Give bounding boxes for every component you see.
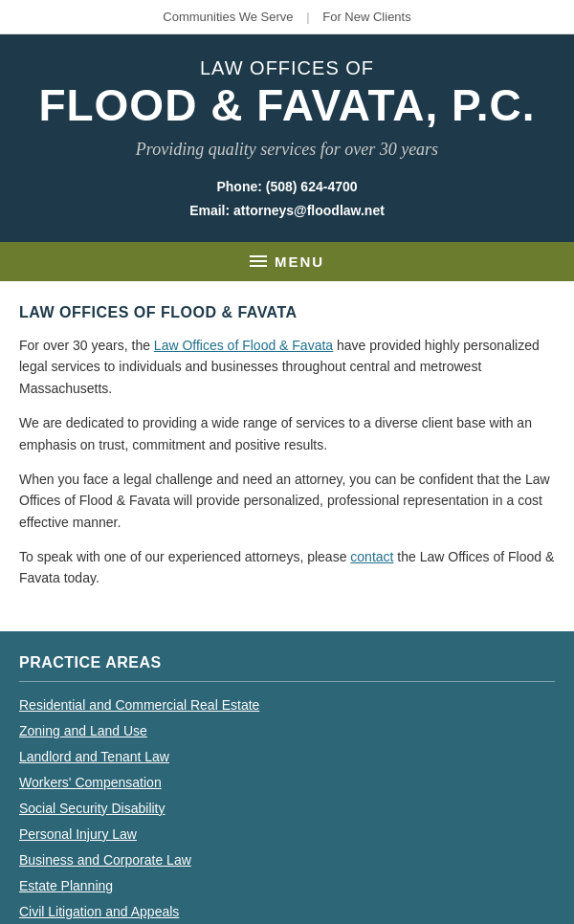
- list-item: Estate Planning: [19, 878, 555, 894]
- communities-link[interactable]: Communities We Serve: [163, 10, 293, 24]
- list-item: Personal Injury Law: [19, 826, 555, 843]
- menu-text: MENU: [275, 253, 324, 270]
- hamburger-icon: [250, 255, 267, 267]
- practice-area-link[interactable]: Business and Corporate Law: [19, 852, 191, 868]
- firm-name-main: FLOOD & FAVATA, P.C.: [19, 81, 555, 130]
- list-item: Workers' Compensation: [19, 775, 555, 791]
- email-label: Email:: [189, 203, 230, 218]
- contact-paragraph: To speak with one of our experienced att…: [19, 546, 555, 589]
- practice-area-link[interactable]: Social Security Disability: [19, 801, 166, 816]
- email-line: Email: attorneys@floodlaw.net: [19, 199, 555, 223]
- practice-areas-list: Residential and Commercial Real EstateZo…: [19, 697, 555, 920]
- list-item: Social Security Disability: [19, 801, 555, 817]
- site-header: LAW OFFICES OF FLOOD & FAVATA, P.C. Prov…: [0, 34, 574, 242]
- para1-pre: For over 30 years, the: [19, 338, 154, 353]
- para4-pre: To speak with one of our experienced att…: [19, 549, 350, 564]
- list-item: Residential and Commercial Real Estate: [19, 697, 555, 714]
- practice-areas-section: PRACTICE AREAS Residential and Commercia…: [0, 631, 574, 924]
- phone-label: Phone:: [216, 179, 261, 194]
- firm-name-top: LAW OFFICES OF: [19, 57, 555, 79]
- email-address: attorneys@floodlaw.net: [233, 203, 385, 218]
- menu-bar[interactable]: MENU: [0, 242, 574, 281]
- practice-area-link[interactable]: Workers' Compensation: [19, 775, 162, 790]
- list-item: Civil Litigation and Appeals: [19, 904, 555, 920]
- contact-link[interactable]: contact: [350, 549, 393, 564]
- menu-label: MENU: [19, 253, 555, 270]
- practice-areas-title: PRACTICE AREAS: [19, 654, 555, 671]
- intro-paragraph: For over 30 years, the Law Offices of Fl…: [19, 335, 555, 399]
- new-clients-link[interactable]: For New Clients: [322, 10, 410, 24]
- firm-link[interactable]: Law Offices of Flood & Favata: [154, 338, 333, 353]
- list-item: Zoning and Land Use: [19, 723, 555, 739]
- phone-number: (508) 624-4700: [266, 179, 358, 194]
- contact-info: Phone: (508) 624-4700 Email: attorneys@f…: [19, 175, 555, 223]
- phone-line: Phone: (508) 624-4700: [19, 175, 555, 199]
- practice-area-link[interactable]: Estate Planning: [19, 878, 113, 893]
- section-divider: [19, 681, 555, 682]
- practice-area-link[interactable]: Residential and Commercial Real Estate: [19, 697, 259, 713]
- challenge-paragraph: When you face a legal challenge and need…: [19, 469, 555, 533]
- list-item: Business and Corporate Law: [19, 852, 555, 869]
- main-content: LAW OFFICES OF FLOOD & FAVATA For over 3…: [0, 281, 574, 631]
- practice-area-link[interactable]: Civil Litigation and Appeals: [19, 904, 179, 919]
- dedication-paragraph: We are dedicated to providing a wide ran…: [19, 412, 555, 455]
- practice-area-link[interactable]: Landlord and Tenant Law: [19, 749, 169, 764]
- nav-divider: |: [306, 10, 309, 24]
- main-section-title: LAW OFFICES OF FLOOD & FAVATA: [19, 304, 555, 321]
- list-item: Landlord and Tenant Law: [19, 749, 555, 765]
- tagline: Providing quality services for over 30 y…: [19, 140, 555, 160]
- practice-area-link[interactable]: Personal Injury Law: [19, 826, 137, 842]
- practice-area-link[interactable]: Zoning and Land Use: [19, 723, 147, 738]
- top-nav: Communities We Serve | For New Clients: [0, 0, 574, 34]
